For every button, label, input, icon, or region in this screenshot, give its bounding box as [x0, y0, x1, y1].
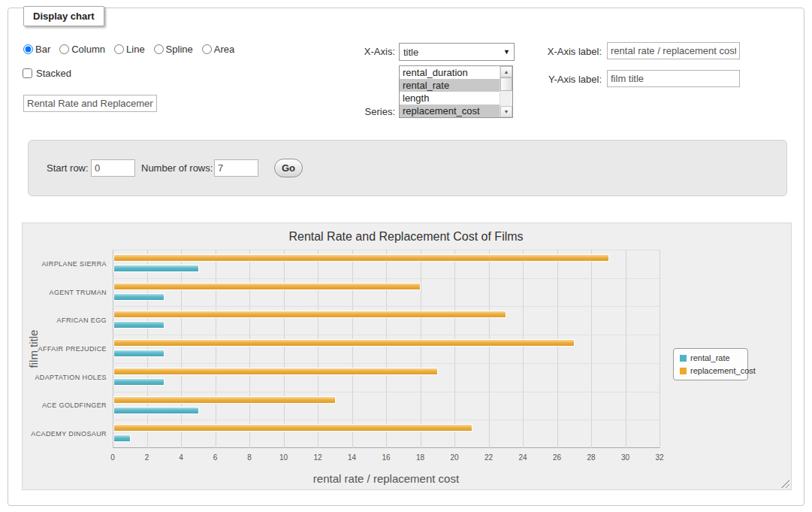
- legend-item-replacement_cost[interactable]: replacement_cost: [680, 366, 741, 375]
- radio-area[interactable]: [202, 44, 212, 54]
- radio-label: Line: [126, 44, 145, 55]
- bar-rental_rate-academy-dinosaur: [113, 435, 131, 442]
- legend-label: replacement_cost: [690, 366, 756, 375]
- gridline: [249, 250, 250, 448]
- gridline: [421, 250, 421, 448]
- gridline: [147, 250, 148, 448]
- panel-legend: Display chart: [23, 6, 104, 26]
- legend-label: rental_rate: [690, 353, 730, 362]
- gridline: [386, 250, 387, 448]
- x-tick-label: 4: [166, 453, 196, 462]
- chart-type-option-area[interactable]: Area: [202, 44, 234, 55]
- radio-label: Area: [214, 44, 234, 55]
- series-scrollbar[interactable]: ▲ ▼: [500, 66, 512, 117]
- go-button[interactable]: Go: [274, 159, 303, 177]
- chart-title-input[interactable]: [23, 95, 157, 112]
- x-tick-label: 10: [269, 453, 299, 462]
- gridline: [113, 306, 660, 307]
- bar-rental_rate-airplane-sierra: [113, 265, 199, 272]
- gridline: [591, 250, 592, 448]
- x-tick-label: 28: [576, 453, 606, 462]
- y-axis-label-input[interactable]: [607, 70, 740, 87]
- bar-rental_rate-affair-prejudice: [113, 350, 165, 357]
- y-axis-title: film title: [27, 330, 40, 368]
- x-axis-title: rental rate / replacement cost: [113, 472, 660, 485]
- category-label: AIRPLANE SIERRA: [23, 259, 107, 268]
- legend-swatch: [680, 368, 687, 374]
- resize-handle-icon[interactable]: [781, 480, 789, 488]
- stacked-checkbox[interactable]: [23, 68, 32, 78]
- stacked-checkbox-row[interactable]: Stacked: [23, 68, 71, 79]
- bar-rental_rate-agent-truman: [113, 293, 165, 301]
- bar-rental_rate-african-egg: [113, 321, 165, 329]
- bar-replacement_cost-agent-truman: [113, 283, 421, 290]
- radio-bar[interactable]: [23, 44, 33, 54]
- start-row-label: Start row:: [47, 162, 89, 174]
- stacked-label: Stacked: [36, 68, 71, 79]
- scroll-thumb[interactable]: [500, 77, 512, 91]
- gridline: [181, 250, 182, 448]
- chart-type-option-spline[interactable]: Spline: [154, 44, 193, 55]
- gridline: [113, 278, 660, 279]
- gridline: [660, 250, 660, 448]
- x-tick-label: 8: [234, 453, 264, 462]
- bar-replacement_cost-adaptation-holes: [113, 368, 438, 375]
- x-axis-label-field-label: X-Axis label:: [519, 46, 602, 57]
- radio-label: Bar: [35, 44, 50, 55]
- scroll-up-icon[interactable]: ▲: [500, 66, 512, 77]
- radio-line[interactable]: [114, 44, 124, 54]
- series-option-rental_rate[interactable]: rental_rate: [400, 79, 500, 92]
- start-row-input[interactable]: [91, 159, 135, 177]
- rows-panel: Start row: Number of rows: Go: [28, 140, 787, 196]
- x-axis-selected-value: title: [403, 47, 418, 58]
- series-option-replacement_cost[interactable]: replacement_cost: [400, 105, 500, 117]
- gridline: [318, 250, 318, 448]
- chart-type-option-bar[interactable]: Bar: [23, 44, 50, 55]
- x-tick-label: 24: [508, 453, 538, 462]
- gridline: [113, 363, 660, 364]
- x-tick-label: 26: [542, 453, 572, 462]
- x-tick-label: 30: [611, 453, 641, 462]
- bar-rental_rate-ace-goldfinger: [113, 407, 199, 414]
- gridline: [454, 250, 455, 448]
- x-tick-label: 18: [406, 453, 436, 462]
- x-tick-label: 0: [98, 453, 128, 462]
- radio-column[interactable]: [59, 44, 69, 54]
- radio-label: Spline: [166, 44, 193, 55]
- bar-replacement_cost-airplane-sierra: [113, 254, 609, 262]
- number-of-rows-input[interactable]: [214, 159, 258, 177]
- category-label: ADAPTATION HOLES: [23, 373, 107, 382]
- chart-type-option-line[interactable]: Line: [114, 44, 145, 55]
- y-axis-label-field-label: Y-Axis label:: [519, 74, 602, 85]
- x-axis-label-input[interactable]: [607, 42, 740, 59]
- bar-rental_rate-adaptation-holes: [113, 378, 165, 386]
- x-tick-label: 14: [337, 453, 367, 462]
- series-option-rental_duration[interactable]: rental_duration: [400, 66, 500, 79]
- chart-title: Rental Rate and Replacement Cost of Film…: [23, 230, 789, 244]
- chart-area: Rental Rate and Replacement Cost of Film…: [22, 223, 792, 490]
- legend-swatch: [680, 355, 687, 362]
- series-multiselect[interactable]: ▲ ▼ rental_durationrental_ratelengthrepl…: [399, 65, 513, 118]
- chevron-down-icon: ▼: [503, 48, 510, 56]
- x-tick-label: 32: [644, 453, 675, 462]
- category-label: AGENT TRUMAN: [23, 288, 107, 297]
- x-tick-label: 6: [201, 453, 231, 462]
- x-axis-select[interactable]: title ▼: [399, 43, 515, 61]
- legend-item-rental_rate[interactable]: rental_rate: [680, 353, 741, 362]
- category-label: ACE GOLDFINGER: [23, 401, 107, 410]
- radio-label: Column: [71, 44, 105, 55]
- gridline: [284, 250, 285, 448]
- gridline: [216, 250, 216, 448]
- radio-spline[interactable]: [154, 44, 164, 54]
- bar-replacement_cost-ace-goldfinger: [113, 396, 336, 404]
- gridline: [113, 335, 660, 335]
- gridline: [557, 250, 558, 448]
- chart-type-option-column[interactable]: Column: [59, 44, 105, 55]
- gridline: [489, 250, 490, 448]
- gridline: [523, 250, 524, 448]
- series-option-length[interactable]: length: [400, 92, 500, 105]
- scroll-down-icon[interactable]: ▼: [500, 106, 512, 117]
- chart-legend: rental_ratereplacement_cost: [673, 348, 748, 380]
- gridline: [626, 250, 626, 448]
- bar-replacement_cost-academy-dinosaur: [113, 424, 472, 432]
